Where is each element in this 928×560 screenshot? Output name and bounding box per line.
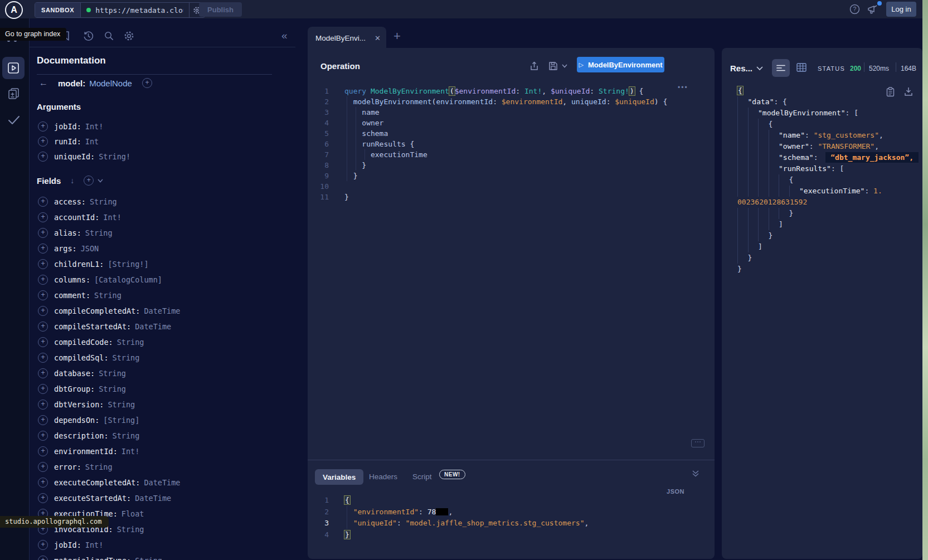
field-type[interactable]: [CatalogColumn]	[94, 275, 162, 284]
doc-field-row[interactable]: +description:String	[38, 428, 180, 444]
field-type[interactable]: Int!	[122, 447, 140, 456]
doc-field-row[interactable]: +runId:Int	[38, 134, 130, 149]
field-type[interactable]: Int!	[103, 213, 122, 222]
field-type[interactable]: Float	[122, 509, 144, 518]
field-type[interactable]: String	[99, 369, 126, 378]
add-field-icon[interactable]: +	[38, 415, 48, 425]
collapse-variables-button[interactable]	[692, 470, 699, 478]
doc-field-row[interactable]: +compileCompletedAt:DateTime	[38, 303, 180, 319]
doc-field-row[interactable]: +compileStartedAt:DateTime	[38, 319, 180, 334]
login-button[interactable]: Log in	[886, 2, 916, 17]
save-operation-button[interactable]	[548, 61, 558, 71]
field-type[interactable]: String	[90, 197, 117, 206]
response-title[interactable]: Res...	[730, 64, 752, 73]
field-type[interactable]: JSON	[81, 244, 99, 253]
field-type[interactable]: String	[113, 353, 140, 362]
doc-field-row[interactable]: +database:String	[38, 366, 180, 381]
nav-schema-button[interactable]	[7, 87, 21, 100]
doc-field-row[interactable]: +childrenL1:[String!]	[38, 256, 180, 272]
announcements-button[interactable]	[867, 5, 881, 14]
add-fields-icon[interactable]: +	[84, 176, 94, 186]
doc-field-row[interactable]: +access:String	[38, 194, 180, 210]
field-type[interactable]: DateTime	[144, 306, 180, 315]
add-field-icon[interactable]: +	[38, 384, 48, 394]
field-type[interactable]: Int!	[85, 540, 104, 549]
nav-operations-button[interactable]	[2, 57, 25, 79]
tab-script[interactable]: Script	[412, 473, 432, 481]
field-type[interactable]: [String!]	[108, 260, 148, 269]
add-all-fields-icon[interactable]: +	[142, 78, 152, 88]
add-field-icon[interactable]: +	[38, 244, 48, 254]
add-field-icon[interactable]: +	[38, 462, 48, 472]
field-type[interactable]: DateTime	[135, 322, 171, 331]
back-arrow-icon[interactable]: ←	[39, 78, 48, 88]
search-schema-button[interactable]	[104, 31, 114, 41]
field-type[interactable]: String	[135, 556, 162, 560]
add-field-icon[interactable]: +	[38, 446, 48, 456]
tab-variables[interactable]: Variables	[315, 469, 363, 485]
doc-field-row[interactable]: +executeStartedAt:DateTime	[38, 490, 180, 506]
doc-field-row[interactable]: +args:JSON	[38, 241, 180, 256]
run-operation-button[interactable]: ▷ ModelByEnvironment	[577, 57, 664, 72]
add-field-icon[interactable]: +	[38, 493, 48, 503]
field-type[interactable]: DateTime	[144, 478, 180, 487]
field-type[interactable]: String	[94, 291, 122, 300]
doc-field-row[interactable]: +dbtVersion:String	[38, 397, 180, 412]
field-type[interactable]: String	[99, 384, 126, 393]
sort-fields-icon[interactable]: ↓	[70, 176, 74, 185]
keyboard-shortcuts-button[interactable]	[691, 439, 704, 447]
field-type[interactable]: String	[117, 338, 144, 347]
field-type[interactable]: String	[113, 431, 140, 440]
add-field-icon[interactable]: +	[38, 259, 48, 269]
operation-editor[interactable]: 1query ModelByEnvironment($environmentId…	[308, 86, 715, 202]
table-view-toggle-button[interactable]	[796, 63, 806, 72]
field-type[interactable]: String	[108, 400, 135, 409]
response-dropdown-chevron[interactable]	[756, 66, 763, 71]
add-field-icon[interactable]: +	[38, 353, 48, 363]
doc-field-row[interactable]: +jobId:Int!	[38, 537, 180, 553]
response-json-viewer[interactable]: {"data": {"modelByEnvironment": [{"name"…	[722, 85, 920, 275]
add-field-icon[interactable]: +	[38, 121, 48, 132]
add-field-icon[interactable]: +	[38, 197, 48, 207]
add-field-icon[interactable]: +	[38, 290, 48, 300]
chevron-down-icon[interactable]	[98, 179, 103, 183]
apollo-logo[interactable]: A	[5, 1, 23, 19]
doc-field-row[interactable]: +executeCompletedAt:DateTime	[38, 475, 180, 490]
field-type[interactable]: [String]	[103, 416, 139, 425]
add-field-icon[interactable]: +	[38, 368, 48, 378]
variables-divider[interactable]	[308, 460, 715, 460]
doc-field-row[interactable]: +compiledSql:String	[38, 350, 180, 366]
new-tab-button[interactable]: +	[393, 29, 401, 43]
explorer-settings-button[interactable]	[124, 31, 134, 41]
field-type[interactable]: String	[85, 228, 113, 237]
doc-field-row[interactable]: +dependsOn:[String]	[38, 412, 180, 428]
field-type[interactable]: DateTime	[135, 494, 171, 503]
nav-checks-button[interactable]	[7, 115, 21, 126]
add-field-icon[interactable]: +	[38, 337, 48, 347]
tab-headers[interactable]: Headers	[369, 473, 397, 481]
doc-field-row[interactable]: +accountId:Int!	[38, 210, 180, 225]
add-field-icon[interactable]: +	[38, 212, 48, 222]
raw-view-toggle-button[interactable]	[772, 59, 790, 77]
doc-field-row[interactable]: +compiledCode:String	[38, 334, 180, 350]
doc-field-row[interactable]: +uniqueId:String!	[38, 149, 130, 164]
doc-field-row[interactable]: +alias:String	[38, 225, 180, 241]
field-type[interactable]: String!	[99, 152, 130, 161]
endpoint-url-field[interactable]: https://metadata.cloud.get	[81, 3, 189, 17]
add-field-icon[interactable]: +	[38, 400, 48, 410]
operation-tab[interactable]: ModelByEnvi... ✕	[308, 27, 386, 49]
field-type[interactable]: String	[117, 525, 144, 534]
docs-field-type[interactable]: ModelNode	[89, 79, 132, 88]
share-operation-button[interactable]	[529, 61, 539, 71]
field-type[interactable]: Int!	[85, 122, 104, 131]
endpoint-url-text[interactable]: https://metadata.cloud.get	[95, 6, 183, 14]
add-field-icon[interactable]: +	[38, 275, 48, 285]
publish-button[interactable]: Publish	[199, 2, 242, 17]
add-field-icon[interactable]: +	[38, 152, 48, 162]
field-type[interactable]: Int	[85, 137, 99, 146]
add-field-icon[interactable]: +	[38, 540, 48, 550]
add-field-icon[interactable]: +	[38, 306, 48, 316]
close-tab-icon[interactable]: ✕	[375, 34, 381, 42]
add-field-icon[interactable]: +	[38, 431, 48, 441]
field-type[interactable]: String	[85, 462, 113, 471]
